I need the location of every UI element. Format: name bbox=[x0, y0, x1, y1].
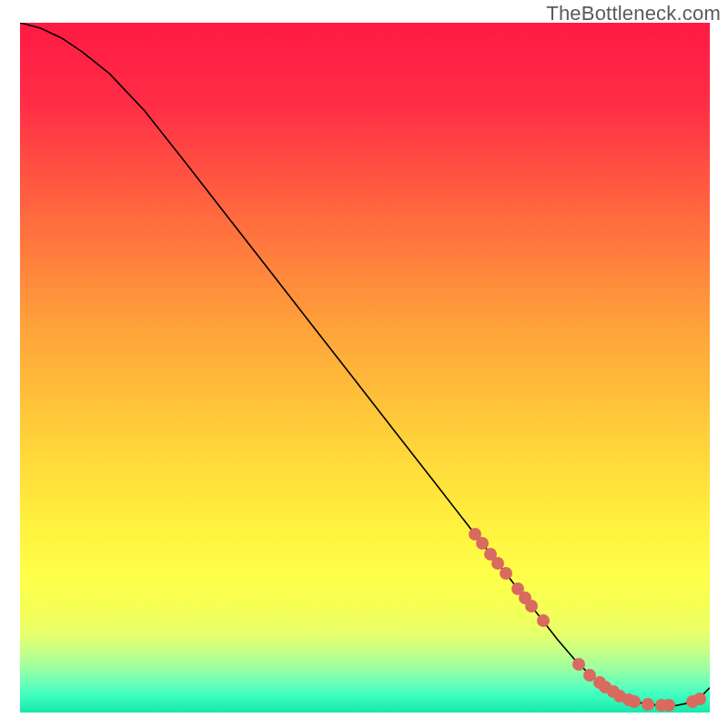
data-point bbox=[642, 698, 654, 711]
plot-area bbox=[20, 23, 710, 713]
watermark-text: TheBottleneck.com bbox=[546, 2, 721, 25]
data-point bbox=[572, 658, 585, 671]
chart-stage: TheBottleneck.com bbox=[0, 0, 728, 728]
data-point bbox=[500, 567, 512, 580]
data-point bbox=[537, 614, 550, 627]
data-point bbox=[662, 699, 675, 712]
data-point bbox=[628, 695, 641, 708]
curve-layer bbox=[20, 23, 710, 713]
bottleneck-curve bbox=[20, 23, 710, 705]
data-point bbox=[693, 693, 706, 705]
